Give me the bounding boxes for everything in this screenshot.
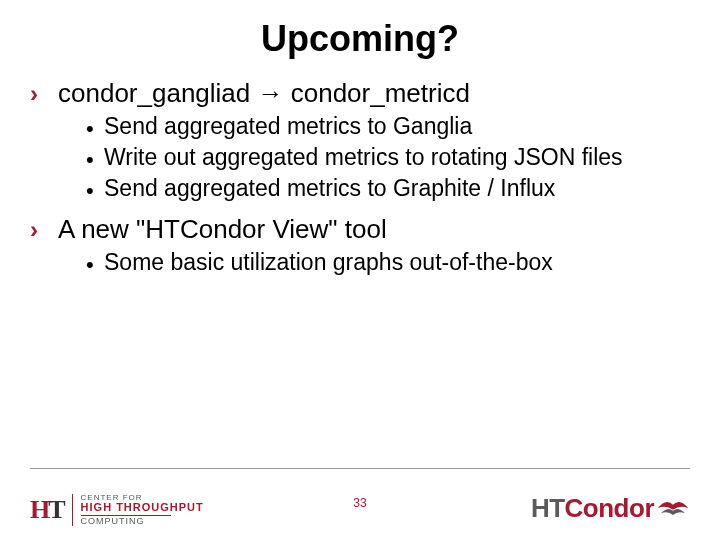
chtc-line3: COMPUTING	[81, 517, 204, 526]
ht-mark-h: H	[30, 495, 48, 524]
chtc-text: CENTER FOR HIGH THROUGHPUT COMPUTING	[72, 494, 204, 526]
condor-bird-icon	[656, 494, 690, 524]
bullet-label: condor_gangliad → condor_metricd	[58, 78, 470, 109]
ht-mark-icon: HT	[30, 495, 64, 525]
sub-bullet: • Send aggregated metrics to Ganglia	[86, 111, 690, 142]
htcondor-wordmark: HTCondor	[531, 493, 654, 524]
sub-bullet: • Some basic utilization graphs out-of-t…	[86, 247, 690, 278]
dot-icon: •	[86, 118, 104, 140]
sub-list-2: • Some basic utilization graphs out-of-t…	[30, 247, 690, 278]
dot-icon: •	[86, 254, 104, 276]
htcondor-ht: HT	[531, 493, 565, 523]
sub-bullet: • Send aggregated metrics to Graphite / …	[86, 173, 690, 204]
content-area: › condor_gangliad → condor_metricd • Sen…	[0, 60, 720, 278]
ht-mark-t: T	[48, 495, 63, 524]
htcondor-condor: Condor	[565, 493, 654, 523]
dot-icon: •	[86, 149, 104, 171]
slide: Upcoming? › condor_gangliad → condor_met…	[0, 0, 720, 540]
sub-list-1: • Send aggregated metrics to Ganglia • W…	[30, 111, 690, 204]
footer-rule	[30, 468, 690, 469]
sub-bullet: • Write out aggregated metrics to rotati…	[86, 142, 690, 173]
bullet-item-1: › condor_gangliad → condor_metricd	[30, 78, 690, 109]
chevron-icon: ›	[30, 80, 58, 108]
chtc-logo: HT CENTER FOR HIGH THROUGHPUT COMPUTING	[30, 494, 204, 526]
sub-bullet-text: Write out aggregated metrics to rotating…	[104, 142, 623, 173]
chevron-icon: ›	[30, 216, 58, 244]
bullet-item-2: › A new "HTCondor View" tool	[30, 214, 690, 245]
chtc-line2: HIGH THROUGHPUT	[81, 502, 204, 514]
htcondor-logo: HTCondor	[531, 493, 690, 524]
dot-icon: •	[86, 180, 104, 202]
slide-title: Upcoming?	[0, 0, 720, 60]
footer: 33 HT CENTER FOR HIGH THROUGHPUT COMPUTI…	[0, 468, 720, 540]
bullet-label: A new "HTCondor View" tool	[58, 214, 387, 245]
sub-bullet-text: Send aggregated metrics to Ganglia	[104, 111, 472, 142]
sub-bullet-text: Some basic utilization graphs out-of-the…	[104, 247, 553, 278]
sub-bullet-text: Send aggregated metrics to Graphite / In…	[104, 173, 555, 204]
